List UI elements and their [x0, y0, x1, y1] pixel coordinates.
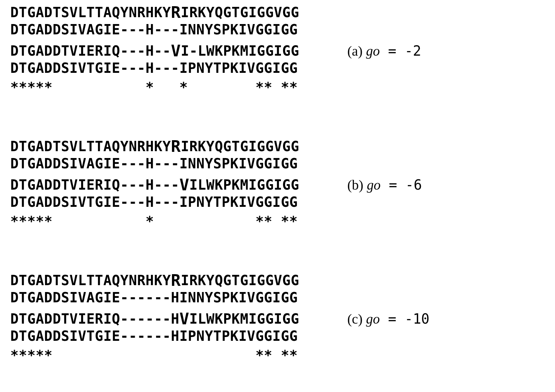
highlight-residue: R	[171, 272, 181, 288]
sequence-text: DTGADDTVIERIQ---H---VILWKPKMIGGIGG	[10, 176, 299, 192]
conservation-marks: ***** * * ** **	[10, 80, 298, 94]
alignment-row: DTGADDSIVTGIE---H---IPNYTPKIVGGIGG	[10, 61, 545, 80]
panel-label: (b) go = -6	[347, 178, 422, 192]
panel-label: (c) go = -10	[347, 312, 429, 326]
sequence-text: DTGADDSIVAGIE---H---INNYSPKIVGGIGG	[10, 23, 298, 36]
sequence-text: DTGADDTVIERIQ------HVILWKPKMIGGIGG	[10, 310, 299, 326]
alignment-row: DTGADDTVIERIQ------HVILWKPKMIGGIGG (c) g…	[10, 310, 545, 329]
sequence-text: DTGADDTVIERIQ---H--VI-LWKPKMIGGIGG	[10, 42, 299, 58]
alignment-row: DTGADDSIVAGIE------HINNYSPKIVGGIGG	[10, 291, 545, 310]
highlight-residue: R	[171, 138, 181, 154]
alignment-row: DTGADDTVIERIQ---H--VI-LWKPKMIGGIGG (a) g…	[10, 42, 545, 61]
conservation-row: ***** ** **	[10, 348, 545, 368]
conservation-row: ***** * * ** **	[10, 80, 545, 100]
alignment-row: DTGADTSVLTTAQYNRHKYRIRKYQGTGIGGVGG	[10, 137, 545, 157]
alignment-block-b: DTGADTSVLTTAQYNRHKYRIRKYQGTGIGGVGG DTGAD…	[10, 137, 545, 234]
alignment-row: DTGADDSIVAGIE---H---INNYSPKIVGGIGG	[10, 157, 545, 176]
alignment-row: DTGADDSIVTGIE---H---IPNYTPKIVGGIGG	[10, 195, 545, 214]
sequence-text: DTGADDSIVAGIE------HINNYSPKIVGGIGG	[10, 291, 298, 304]
highlight-residue: R	[171, 4, 181, 20]
alignment-block-a: DTGADTSVLTTAQYNRHKYRIRKYQGTGIGGVGG DTGAD…	[10, 3, 545, 100]
conservation-row: ***** * ** **	[10, 214, 545, 234]
sequence-text: DTGADTSVLTTAQYNRHKYRIRKYQGTGIGGVGG	[10, 3, 299, 20]
alignment-figure: DTGADTSVLTTAQYNRHKYRIRKYQGTGIGGVGG DTGAD…	[0, 0, 555, 368]
alignment-row: DTGADDSIVAGIE---H---INNYSPKIVGGIGG	[10, 23, 545, 42]
sequence-text: DTGADDSIVTGIE------HIPNYTPKIVGGIGG	[10, 329, 298, 343]
sequence-text: DTGADTSVLTTAQYNRHKYRIRKYQGTGIGGVGG	[10, 271, 299, 288]
alignment-block-c: DTGADTSVLTTAQYNRHKYRIRKYQGTGIGGVGG DTGAD…	[10, 271, 545, 368]
alignment-row: DTGADDSIVTGIE------HIPNYTPKIVGGIGG	[10, 329, 545, 348]
panel-label: (a) go = -2	[347, 44, 421, 58]
highlight-residue: V	[171, 43, 181, 59]
sequence-text: DTGADDSIVTGIE---H---IPNYTPKIVGGIGG	[10, 195, 298, 209]
sequence-text: DTGADDSIVAGIE---H---INNYSPKIVGGIGG	[10, 157, 298, 170]
conservation-marks: ***** * ** **	[10, 214, 298, 228]
sequence-text: DTGADTSVLTTAQYNRHKYRIRKYQGTGIGGVGG	[10, 137, 299, 154]
conservation-marks: ***** ** **	[10, 348, 298, 362]
alignment-row: DTGADTSVLTTAQYNRHKYRIRKYQGTGIGGVGG	[10, 271, 545, 291]
highlight-residue: V	[179, 311, 189, 327]
alignment-row: DTGADTSVLTTAQYNRHKYRIRKYQGTGIGGVGG	[10, 3, 545, 23]
alignment-row: DTGADDTVIERIQ---H---VILWKPKMIGGIGG (b) g…	[10, 176, 545, 195]
sequence-text: DTGADDSIVTGIE---H---IPNYTPKIVGGIGG	[10, 61, 298, 75]
highlight-residue: V	[179, 177, 189, 193]
